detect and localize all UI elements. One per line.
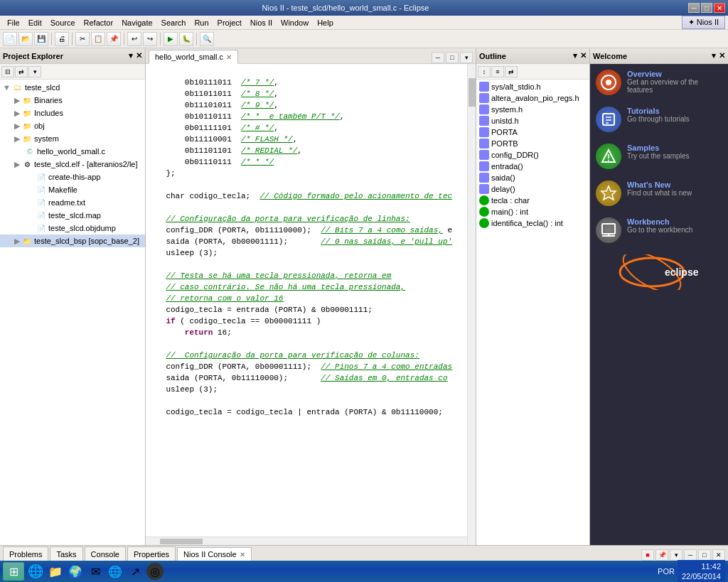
network-icon[interactable]: 🌐 xyxy=(107,563,124,580)
menu-edit[interactable]: Edit xyxy=(24,17,46,28)
tree-item-binaries[interactable]: ▶ 📁 Binaries xyxy=(0,94,145,107)
editor-maximize-button[interactable]: □ xyxy=(446,52,459,63)
outline-item-stdio[interactable]: sys/alt_stdio.h xyxy=(476,81,589,92)
outline-sort-button[interactable]: ↕ xyxy=(478,66,491,77)
close-button[interactable]: ✕ xyxy=(714,3,725,13)
tree-item-system[interactable]: ▶ 📁 system xyxy=(0,132,145,145)
nios-perspective-button[interactable]: ✦ Nios II xyxy=(682,16,725,29)
mail-icon[interactable]: ✉ xyxy=(87,563,104,580)
editor-minimize-button[interactable]: ─ xyxy=(432,52,444,63)
tab-nios-console[interactable]: Nios II Console ✕ xyxy=(177,547,252,561)
menu-refactor[interactable]: Refactor xyxy=(80,17,118,28)
welcome-item-workbench[interactable]: Workbench Go to the workbench xyxy=(596,217,722,243)
code-editor[interactable]: 0b10111011 /* 7 */, 0b11011011 /* 8 */, … xyxy=(146,64,476,545)
tree-item-map[interactable]: 📄 teste_slcd.map xyxy=(0,209,145,222)
tree-item-create-app[interactable]: 📄 create-this-app xyxy=(0,171,145,183)
toolbar-undo-button[interactable]: ↩ xyxy=(127,32,141,46)
console-stop-button[interactable]: ■ xyxy=(641,549,654,561)
minimize-button[interactable]: ─ xyxy=(688,3,700,13)
toolbar-copy-button[interactable]: 📋 xyxy=(91,32,105,46)
editor-hscrollbar-thumb[interactable] xyxy=(160,539,203,544)
tree-item-objdump[interactable]: 📄 teste_slcd.objdump xyxy=(0,222,145,235)
menu-window[interactable]: Window xyxy=(277,17,313,28)
eclipse-taskbar-icon[interactable]: ◎ xyxy=(146,563,164,580)
menu-file[interactable]: File xyxy=(3,17,24,28)
menu-niosii[interactable]: Nios II xyxy=(246,17,277,28)
explorer-icon[interactable]: 📁 xyxy=(47,563,64,580)
outline-sync-button[interactable]: ⇄ xyxy=(505,66,518,77)
outline-menu-button[interactable]: ▾ xyxy=(573,51,577,60)
welcome-item-overview[interactable]: Overview Get an overview of the features xyxy=(596,70,722,95)
editor-scrollbar[interactable] xyxy=(467,64,476,545)
outline-item-identifica[interactable]: identifica_tecla() : int xyxy=(476,217,589,229)
pe-collapse-button[interactable]: ⊟ xyxy=(1,66,14,77)
outline-item-pio[interactable]: altera_avalon_pio_regs.h xyxy=(476,92,589,104)
editor-hscrollbar[interactable] xyxy=(146,537,467,545)
editor-scrollbar-thumb[interactable] xyxy=(469,78,476,107)
tree-item-readme[interactable]: 📄 readme.txt xyxy=(0,196,145,209)
bottom-maximize-button[interactable]: □ xyxy=(698,549,711,561)
tab-properties[interactable]: Properties xyxy=(127,546,176,561)
chrome-icon[interactable]: 🌍 xyxy=(67,563,84,580)
welcome-menu-button[interactable]: ▾ xyxy=(712,51,716,60)
toolbar-run-button[interactable]: ▶ xyxy=(164,32,178,46)
editor-content[interactable]: 0b10111011 /* 7 */, 0b11011011 /* 8 */, … xyxy=(146,64,476,545)
arrow-icon[interactable]: ↗ xyxy=(127,563,144,580)
tab-nios-console-close[interactable]: ✕ xyxy=(240,551,245,559)
console-menu-button[interactable]: ▾ xyxy=(670,549,682,561)
toolbar-print-button[interactable]: 🖨 xyxy=(55,32,69,46)
menu-navigate[interactable]: Navigate xyxy=(117,17,156,28)
outline-hide-fields-button[interactable]: ≡ xyxy=(491,66,504,77)
tree-item-main-c[interactable]: © hello_world_small.c xyxy=(0,145,145,158)
editor-tab-main-c[interactable]: hello_world_small.c ✕ xyxy=(149,50,238,64)
tree-item-includes[interactable]: ▶ 📁 Includes xyxy=(0,107,145,119)
project-explorer-menu-button[interactable]: ▾ xyxy=(129,51,133,60)
toolbar-paste-button[interactable]: 📌 xyxy=(107,32,121,46)
toolbar-cut-button[interactable]: ✂ xyxy=(75,32,90,46)
tab-tasks[interactable]: Tasks xyxy=(50,546,82,561)
welcome-item-whatsnew[interactable]: What's New Find out what is new xyxy=(596,180,722,206)
outline-item-saida[interactable]: saida() xyxy=(476,172,589,183)
tree-item-root[interactable]: ▼ 🗂 teste_slcd xyxy=(0,81,145,94)
pe-menu-button[interactable]: ▾ xyxy=(28,66,41,77)
maximize-button[interactable]: □ xyxy=(701,3,712,13)
outline-item-portb[interactable]: PORTB xyxy=(476,138,589,149)
toolbar-save-button[interactable]: 💾 xyxy=(34,32,48,46)
tree-item-obj[interactable]: ▶ 📁 obj xyxy=(0,119,145,132)
toolbar-redo-button[interactable]: ↪ xyxy=(143,32,157,46)
tree-item-makefile[interactable]: 📄 Makefile xyxy=(0,183,145,196)
outline-item-unistd[interactable]: unistd.h xyxy=(476,115,589,126)
editor-menu-button[interactable]: ▾ xyxy=(460,52,473,63)
bottom-close-button[interactable]: ✕ xyxy=(712,549,725,561)
tab-console[interactable]: Console xyxy=(85,546,126,561)
ie-icon[interactable]: 🌐 xyxy=(27,563,44,580)
pe-link-button[interactable]: ⇄ xyxy=(15,66,28,77)
outline-item-config-ddr[interactable]: config_DDR() xyxy=(476,149,589,161)
project-explorer-close-button[interactable]: ✕ xyxy=(136,51,142,60)
outline-item-delay[interactable]: delay() xyxy=(476,183,589,195)
tree-item-bsp[interactable]: ▶ 📁 teste_slcd_bsp [sopc_base_2] xyxy=(0,235,145,247)
toolbar-search-button[interactable]: 🔍 xyxy=(200,32,214,46)
toolbar-open-button[interactable]: 📂 xyxy=(18,32,33,46)
welcome-item-samples[interactable]: Samples Try out the samples xyxy=(596,144,722,169)
tab-problems[interactable]: Problems xyxy=(3,546,48,561)
bottom-minimize-button[interactable]: ─ xyxy=(684,549,697,561)
menu-search[interactable]: Search xyxy=(157,17,191,28)
outline-item-tecla[interactable]: tecla : char xyxy=(476,195,589,206)
start-button[interactable]: ⊞ xyxy=(3,562,24,581)
editor-tab-close-button[interactable]: ✕ xyxy=(226,53,232,61)
menu-source[interactable]: Source xyxy=(46,17,80,28)
outline-item-porta[interactable]: PORTA xyxy=(476,126,589,138)
outline-item-main[interactable]: main() : int xyxy=(476,206,589,217)
outline-close-button[interactable]: ✕ xyxy=(580,51,587,60)
outline-item-system[interactable]: system.h xyxy=(476,104,589,115)
menu-run[interactable]: Run xyxy=(190,17,213,28)
toolbar-new-button[interactable]: 📄 xyxy=(3,32,17,46)
console-pin-button[interactable]: 📌 xyxy=(655,549,668,561)
menu-help[interactable]: Help xyxy=(313,17,338,28)
welcome-close-button[interactable]: ✕ xyxy=(719,51,725,60)
toolbar-debug-button[interactable]: 🐛 xyxy=(179,32,193,46)
outline-item-entrada[interactable]: entrada() xyxy=(476,161,589,172)
tree-item-elf[interactable]: ▶ ⚙ teste_slcd.elf - [alteranios2/le] xyxy=(0,158,145,171)
welcome-item-tutorials[interactable]: Tutorials Go through tutorials xyxy=(596,107,722,132)
